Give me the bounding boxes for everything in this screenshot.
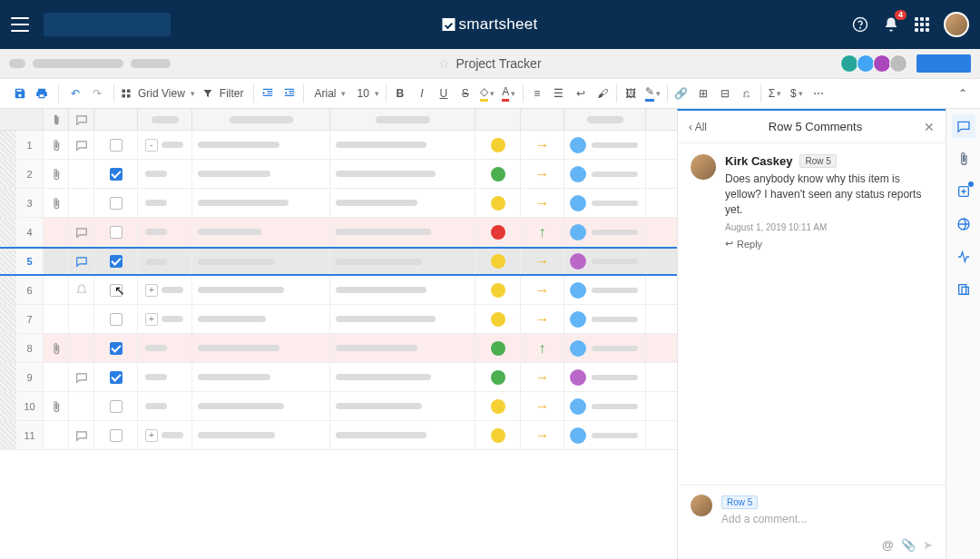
owner-cell[interactable] xyxy=(564,160,646,188)
comment-column-header[interactable] xyxy=(69,109,94,130)
expand-cell[interactable] xyxy=(138,363,192,391)
row-drag-handle[interactable] xyxy=(0,421,16,449)
attachment-cell[interactable] xyxy=(44,363,69,391)
row-drag-handle[interactable] xyxy=(0,392,16,420)
owner-cell[interactable] xyxy=(564,249,646,274)
attachment-column-header[interactable] xyxy=(44,109,69,130)
attachment-cell[interactable] xyxy=(44,160,69,188)
status-cell[interactable] xyxy=(475,131,521,159)
comment-cell[interactable] xyxy=(69,334,94,362)
desc-cell[interactable] xyxy=(330,276,475,304)
tab-item[interactable] xyxy=(33,59,123,68)
status-cell[interactable] xyxy=(475,334,521,362)
name-cell[interactable] xyxy=(192,218,330,246)
user-avatar[interactable] xyxy=(944,12,969,37)
status-cell[interactable] xyxy=(475,421,521,449)
table-row[interactable]: 11+→ xyxy=(0,421,677,450)
rail-proofs-icon[interactable] xyxy=(952,180,975,203)
comment-row-tag[interactable]: Row 5 xyxy=(799,154,836,168)
notifications-icon[interactable]: 4 xyxy=(882,15,900,34)
insert-row-icon[interactable]: ⊟ xyxy=(715,83,735,104)
checkbox-cell[interactable] xyxy=(94,421,138,449)
status-cell[interactable] xyxy=(475,249,521,274)
desc-cell[interactable] xyxy=(330,249,475,274)
direction-cell[interactable]: ↑ xyxy=(521,218,564,246)
rail-summary-icon[interactable] xyxy=(952,278,975,301)
checkbox-cell[interactable] xyxy=(94,189,138,217)
filter-button[interactable]: Filter xyxy=(200,83,250,104)
expand-cell[interactable] xyxy=(138,218,192,246)
status-cell[interactable] xyxy=(475,218,521,246)
attachment-cell[interactable] xyxy=(44,334,69,362)
save-icon[interactable] xyxy=(10,83,30,104)
name-cell[interactable] xyxy=(192,131,330,159)
desc-cell[interactable] xyxy=(330,189,475,217)
close-icon[interactable]: ✕ xyxy=(924,120,935,134)
owner-cell[interactable] xyxy=(564,305,646,333)
row-drag-handle[interactable] xyxy=(0,276,16,304)
direction-cell[interactable]: → xyxy=(521,249,564,274)
name-cell[interactable] xyxy=(192,276,330,304)
tab-item[interactable] xyxy=(9,59,25,68)
direction-cell[interactable]: → xyxy=(521,305,564,333)
direction-cell[interactable]: → xyxy=(521,276,564,304)
desc-cell[interactable] xyxy=(330,421,475,449)
comment-cell[interactable] xyxy=(69,392,94,420)
search-input[interactable] xyxy=(44,13,171,36)
name-cell[interactable] xyxy=(192,189,330,217)
row-drag-handle[interactable] xyxy=(0,131,16,159)
wrap-icon[interactable]: ↩ xyxy=(571,83,591,104)
rail-publish-icon[interactable] xyxy=(952,212,975,236)
status-cell[interactable] xyxy=(475,160,521,188)
name-cell[interactable] xyxy=(192,160,330,188)
insert-image-icon[interactable]: 🖼 xyxy=(621,83,641,104)
comment-cell[interactable] xyxy=(69,305,94,333)
desc-cell[interactable] xyxy=(330,131,475,159)
comment-cell[interactable] xyxy=(69,276,94,304)
owner-cell[interactable] xyxy=(564,363,646,391)
insert-column-icon[interactable]: ⊞ xyxy=(693,83,713,104)
help-icon[interactable] xyxy=(851,15,869,34)
bold-icon[interactable]: B xyxy=(390,83,410,104)
print-icon[interactable] xyxy=(32,83,52,104)
composer-row-tag[interactable]: Row 5 xyxy=(721,495,758,509)
desc-cell[interactable] xyxy=(330,392,475,420)
attachment-cell[interactable] xyxy=(44,249,69,274)
direction-cell[interactable]: → xyxy=(521,421,564,449)
format-painter-icon[interactable]: 🖌 xyxy=(593,83,612,104)
rail-activity-icon[interactable] xyxy=(952,245,975,269)
indent-increase-icon[interactable] xyxy=(279,83,299,104)
desc-cell[interactable] xyxy=(330,334,475,362)
expand-cell[interactable] xyxy=(138,249,192,274)
checkbox-cell[interactable] xyxy=(94,363,138,391)
direction-cell[interactable]: ↑ xyxy=(521,334,564,362)
desc-cell[interactable] xyxy=(330,305,475,333)
status-cell[interactable] xyxy=(475,392,521,420)
direction-cell[interactable]: → xyxy=(521,363,564,391)
desc-cell[interactable] xyxy=(330,363,475,391)
owner-cell[interactable] xyxy=(564,421,646,449)
fill-color-icon[interactable]: ◇ xyxy=(477,83,497,104)
rail-comments-icon[interactable] xyxy=(952,114,975,138)
expand-cell[interactable]: + xyxy=(138,305,192,333)
owner-cell[interactable] xyxy=(564,218,646,246)
attachment-cell[interactable] xyxy=(44,218,69,246)
name-cell[interactable] xyxy=(192,421,330,449)
comment-cell[interactable] xyxy=(69,249,94,274)
owner-cell[interactable] xyxy=(564,392,646,420)
status-cell[interactable] xyxy=(475,305,521,333)
status-cell[interactable] xyxy=(475,276,521,304)
table-row[interactable]: 4↑ xyxy=(0,218,677,247)
underline-icon[interactable]: U xyxy=(434,83,454,104)
font-family-selector[interactable]: Arial xyxy=(308,83,348,104)
checkbox-cell[interactable] xyxy=(94,160,138,188)
table-row[interactable]: 9→ xyxy=(0,363,677,392)
row-drag-handle[interactable] xyxy=(0,249,16,274)
expand-cell[interactable] xyxy=(138,189,192,217)
collaborator-avatar[interactable] xyxy=(889,54,907,73)
name-cell[interactable] xyxy=(192,334,330,362)
menu-icon[interactable] xyxy=(11,17,29,32)
row-drag-handle[interactable] xyxy=(0,160,16,188)
name-cell[interactable] xyxy=(192,249,330,274)
comments-back-button[interactable]: ‹ All xyxy=(689,121,707,133)
